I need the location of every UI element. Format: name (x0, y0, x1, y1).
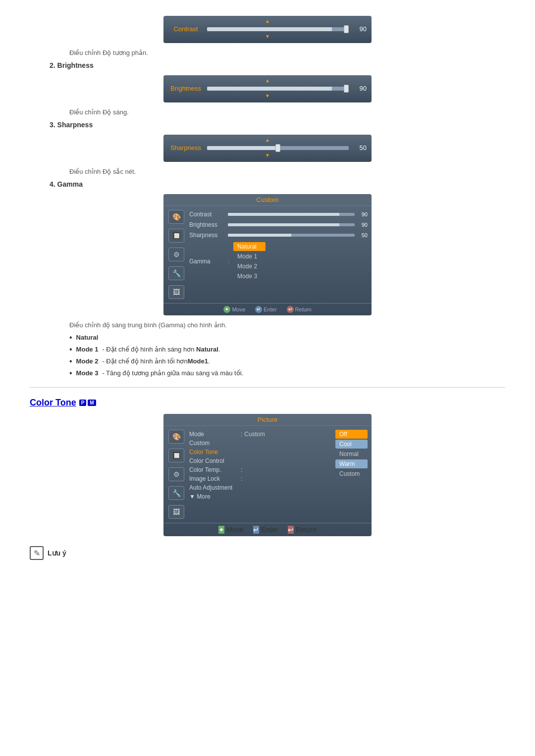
gamma-options-list: Natural Mode 1 Mode 2 Mode 3 (233, 242, 266, 281)
picture-row-more[interactable]: ▼ More (189, 492, 331, 501)
picture-widget: Picture 🎨 🔲 ⚙ 🔧 🖼 Mode : Custom Custom C… (163, 414, 372, 536)
gamma-move-btn[interactable]: ✦ Move (223, 306, 245, 313)
picture-more-label: ▼ More (189, 493, 239, 500)
gamma-sharpness-label: Sharpness (189, 232, 224, 239)
picture-return-icon: ↩ (288, 526, 294, 534)
picture-row-custom: Custom (189, 439, 331, 448)
brightness-thumb[interactable] (344, 85, 349, 93)
gamma-icon-5: 🖼 (168, 285, 184, 299)
picture-opt-warm[interactable]: Warm (335, 459, 368, 468)
picture-opt-custom[interactable]: Custom (335, 469, 368, 478)
bullet-mode1: Mode 1 - Đặt chế độ hình ảnh sáng hơn Na… (69, 346, 505, 353)
picture-row-colortone: Color Tone (189, 448, 331, 456)
gamma-contrast-track (228, 213, 355, 216)
gamma-section-number: 4. Gamma (50, 180, 505, 188)
contrast-track[interactable] (207, 27, 349, 31)
sharpness-thumb[interactable] (275, 144, 280, 152)
gamma-gamma-label: Gamma (189, 258, 224, 265)
picture-opt-cool[interactable]: Cool (335, 440, 368, 449)
sharpness-desc: Điều chỉnh Độ sắc nét. (69, 168, 505, 175)
contrast-slider: ▲ Contrast 90 ▼ (163, 16, 372, 43)
gamma-desc: Điều chỉnh độ sáng trung bình (Gamma) ch… (69, 321, 505, 329)
m-badge: M (88, 400, 96, 406)
picture-icon-1: 🎨 (168, 430, 184, 444)
gamma-contrast-row: Contrast 90 (189, 210, 368, 219)
picture-icon-5: 🖼 (168, 505, 184, 519)
gamma-contrast-value: 90 (357, 211, 368, 217)
return-icon: ↩ (287, 306, 294, 313)
picture-autoadj-label: Auto Adjustment (189, 484, 239, 491)
enter-icon: ↵ (255, 306, 262, 313)
gamma-icon-1: 🎨 (168, 210, 184, 224)
up-arrow-icon: ▲ (265, 19, 270, 24)
bullet-mode2-bold: Mode 2 (76, 357, 99, 365)
sharpness-section-number: 3. Sharpness (50, 121, 505, 129)
picture-opt-off[interactable]: Off (335, 430, 368, 439)
gamma-brightness-value: 90 (357, 222, 368, 228)
gamma-icon-4: 🔧 (168, 266, 184, 280)
gamma-widget-header: Custom (163, 194, 372, 206)
picture-mode-value: Custom (244, 431, 265, 438)
contrast-thumb[interactable] (344, 25, 349, 33)
bullet-natural: Natural (69, 334, 505, 342)
picture-enter-btn[interactable]: ↵ Enter (253, 526, 277, 534)
gamma-return-btn[interactable]: ↩ Return (287, 306, 312, 313)
gamma-option-mode2[interactable]: Mode 2 (233, 262, 266, 271)
gamma-icon-3: ⚙ (168, 248, 184, 261)
gamma-footer: ✦ Move ↵ Enter ↩ Return (163, 303, 372, 315)
gamma-brightness-track (228, 223, 355, 226)
picture-header: Picture (163, 414, 372, 426)
contrast-desc: Điều chỉnh Độ tương phản. (69, 49, 505, 56)
brightness-track[interactable] (207, 87, 349, 91)
gamma-icons-col: 🎨 🔲 ⚙ 🔧 🖼 (167, 210, 185, 299)
picture-row-colortemp: Color Temp. : (189, 465, 331, 474)
brightness-up-arrow: ▲ (265, 78, 270, 83)
gamma-bullet-list: Natural Mode 1 - Đặt chế độ hình ảnh sán… (69, 334, 505, 377)
picture-row-autoadj: Auto Adjustment (189, 483, 331, 492)
pm-badges: P M (79, 400, 96, 406)
picture-items-col: Mode : Custom Custom Color Tone Color Co… (189, 430, 331, 519)
brightness-down-arrow: ▼ (265, 94, 270, 99)
gamma-sharpness-value: 50 (357, 232, 368, 238)
down-arrow-icon: ▼ (265, 34, 270, 39)
bullet-mode2: Mode 2 - Đặt chế độ hình ảnh tối hơnMode… (69, 357, 505, 365)
picture-row-colorcontrol: Color Control (189, 456, 331, 465)
sharpness-value: 50 (353, 144, 367, 151)
contrast-value: 90 (353, 25, 367, 33)
brightness-desc: Điều chỉnh Độ sáng. (69, 108, 505, 116)
picture-colortemp-colon: : (241, 466, 242, 473)
color-tone-title: Color Tone P M (30, 398, 505, 408)
brightness-section-number: 2. Brightness (50, 61, 505, 69)
picture-return-label: Return (296, 526, 317, 534)
picture-return-btn[interactable]: ↩ Return (288, 526, 317, 534)
gamma-items-col: Contrast 90 Brightness 90 (189, 210, 368, 299)
gamma-gamma-row: Gamma : Natural Mode 1 Mode 2 Mode 3 (189, 241, 368, 282)
picture-enter-icon: ↵ (253, 526, 259, 534)
picture-move-btn[interactable]: ✦ Move (218, 526, 243, 534)
bullet-mode1-rest: - Đặt chế độ hình ảnh sáng hơn Natural. (102, 346, 220, 353)
picture-colorcontrol-label: Color Control (189, 457, 239, 464)
sharpness-label: Sharpness (168, 144, 203, 151)
note-icon: ✎ (30, 546, 44, 560)
gamma-option-natural[interactable]: Natural (233, 242, 266, 251)
note-section: ✎ Lưu ý (30, 546, 505, 560)
brightness-fill (207, 87, 332, 91)
gamma-option-mode3[interactable]: Mode 3 (233, 272, 266, 281)
sharpness-track[interactable] (207, 146, 349, 150)
bullet-mode1-bold: Mode 1 (76, 346, 99, 353)
gamma-enter-btn[interactable]: ↵ Enter (255, 306, 276, 313)
sharpness-down-arrow: ▼ (265, 153, 270, 158)
picture-row-imagelock: Image Lock : (189, 474, 331, 483)
picture-opt-normal[interactable]: Normal (335, 450, 368, 458)
return-label: Return (295, 306, 312, 312)
picture-row-mode: Mode : Custom (189, 430, 331, 439)
bullet-mode3: Mode 3 - Tăng độ tương phản giữa màu sán… (69, 369, 505, 377)
gamma-contrast-label: Contrast (189, 211, 224, 218)
brightness-label: Brightness (168, 85, 203, 92)
gamma-sharpness-track (228, 234, 355, 237)
gamma-sharpness-fill (228, 234, 291, 237)
gamma-brightness-row: Brightness 90 (189, 220, 368, 229)
gamma-option-mode1[interactable]: Mode 1 (233, 252, 266, 261)
picture-colortone-label: Color Tone (189, 449, 239, 455)
bullet-mode3-bold: Mode 3 (76, 369, 99, 377)
